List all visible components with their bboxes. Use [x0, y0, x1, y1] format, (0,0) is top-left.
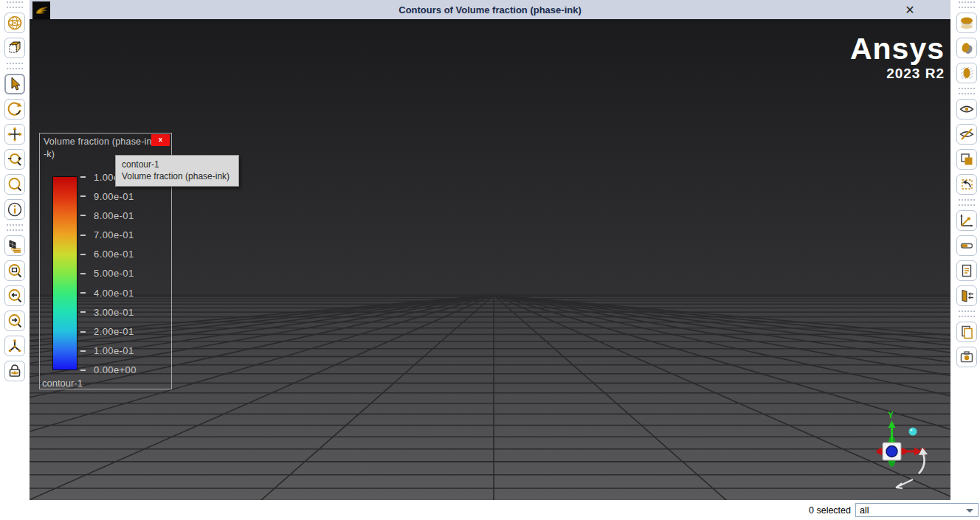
- colormap-options-button[interactable]: [956, 235, 977, 256]
- window-titlebar[interactable]: Contours of Volume fraction (phase-ink) …: [30, 0, 950, 21]
- zoom-scale-button[interactable]: [4, 174, 25, 195]
- eye-slash-icon: [959, 126, 975, 142]
- sphere-highlight: [910, 429, 912, 431]
- panel-options-button[interactable]: [956, 285, 977, 306]
- colorbar-gradient: [52, 176, 77, 370]
- copy-squares-icon: [959, 151, 975, 167]
- undo-box-icon: [959, 176, 975, 193]
- reference-sphere: [909, 428, 917, 436]
- orientation-triad[interactable]: Y X: [841, 408, 950, 500]
- y-axis-label: Y: [888, 410, 894, 420]
- legend-close-button[interactable]: x: [151, 134, 170, 146]
- colorbar-tick: 4.00e-01: [80, 287, 169, 299]
- surface-filter-dropdown[interactable]: all: [855, 503, 979, 517]
- hide-object-button[interactable]: [956, 124, 977, 145]
- surface-ellipse-icon: [959, 15, 975, 31]
- y-axis-arrowhead: [888, 420, 896, 428]
- display-mesh-button[interactable]: [4, 235, 25, 256]
- copy-display-button[interactable]: [956, 149, 977, 170]
- overlay-pages-button[interactable]: [956, 322, 977, 342]
- zoom-in-out-button[interactable]: [4, 149, 25, 170]
- colorbar-tick: 3.00e-01: [80, 306, 169, 318]
- viewport-3d[interactable]: Ansys 2023 R2 Volume fraction (phase-in …: [30, 21, 950, 500]
- show-object-button[interactable]: [956, 99, 977, 119]
- document-icon: [959, 263, 975, 279]
- tick-label: 1.00e-01: [94, 345, 134, 356]
- rotate-view-button[interactable]: [4, 99, 25, 119]
- rotate-icon: [7, 101, 23, 117]
- tick-dash: [80, 273, 86, 274]
- pages-icon: [959, 324, 975, 340]
- transparent-surface-button[interactable]: [956, 63, 977, 83]
- right-toolbar: [950, 0, 980, 500]
- probe-info-button[interactable]: [4, 199, 25, 220]
- fluent-wing-icon: [32, 1, 50, 19]
- toolbar-separator: [959, 311, 975, 317]
- report-page-button[interactable]: [956, 260, 977, 281]
- status-bar: 0 selected all: [0, 500, 980, 520]
- tick-dash: [80, 350, 86, 352]
- exit-panel-icon: [959, 288, 975, 304]
- tick-dash: [80, 292, 86, 294]
- axis-triad-toggle-button[interactable]: [4, 336, 25, 356]
- lock-view-button[interactable]: [4, 361, 25, 381]
- info-icon: [7, 201, 23, 218]
- pan-view-button[interactable]: [4, 124, 25, 145]
- perspective-cube-icon: [7, 40, 23, 56]
- toolbar-separator: [7, 224, 23, 231]
- magnifier-forward-icon: [7, 313, 23, 329]
- magnifier-back-icon: [7, 288, 23, 304]
- chevron-down-icon: [966, 509, 973, 513]
- mesh-display-icon: [7, 238, 23, 254]
- zoom-next-button[interactable]: [4, 311, 25, 331]
- ansys-logo: Ansys 2023 R2: [850, 34, 945, 80]
- tick-label: 9.00e-01: [94, 191, 134, 202]
- toolbar-separator: [7, 63, 23, 69]
- zoom-to-area-button[interactable]: [4, 260, 25, 281]
- tick-dash: [80, 331, 86, 333]
- zoom-plus-minus-icon: [7, 151, 23, 167]
- rotate-left-arrow-icon: [896, 479, 913, 488]
- solid-shadow-button[interactable]: [956, 38, 977, 58]
- capsule-icon: [959, 238, 975, 254]
- tick-dash: [80, 195, 86, 197]
- tick-label: 7.00e-01: [94, 229, 134, 240]
- hatch-ellipse-icon: [959, 65, 975, 81]
- camera-icon: [959, 349, 975, 365]
- view-sphere-button[interactable]: [4, 13, 25, 33]
- pan-icon: [7, 126, 23, 142]
- selected-count-label: 0 selected: [809, 505, 851, 516]
- view-cube-button[interactable]: [4, 38, 25, 58]
- chart-axes-icon: [959, 212, 975, 229]
- tick-label: 2.00e-01: [94, 326, 134, 337]
- colorbar-tick: 2.00e-01: [80, 326, 169, 338]
- legend-title-line1: Volume fraction (phase-in: [44, 136, 162, 148]
- close-icon[interactable]: ✕: [902, 2, 918, 18]
- legend-footer-label: contour-1: [42, 378, 83, 389]
- ansys-brand-text: Ansys: [850, 34, 945, 64]
- restore-view-button[interactable]: [956, 174, 977, 195]
- tick-label: 6.00e-01: [94, 249, 134, 260]
- triad-icon: [7, 338, 23, 354]
- z-axis-dot: [886, 446, 897, 457]
- tick-dash: [80, 311, 86, 313]
- hover-tooltip: contour-1 Volume fraction (phase-ink): [115, 155, 239, 187]
- colorbar-tick: 5.00e-01: [80, 268, 169, 280]
- colorbar-tick-labels: 1.00e+009.00e-018.00e-017.00e-016.00e-01…: [80, 171, 169, 376]
- tick-label: 5.00e-01: [94, 268, 134, 279]
- tooltip-line2: Volume fraction (phase-ink): [122, 170, 232, 182]
- snapshot-button[interactable]: [956, 347, 977, 367]
- zoom-previous-button[interactable]: [4, 285, 25, 306]
- shaded-surface-button[interactable]: [956, 13, 977, 33]
- toolbar-separator: [959, 199, 975, 206]
- tick-label: 0.00e+00: [94, 364, 137, 375]
- colorbar-tick: 0.00e+00: [80, 364, 169, 376]
- colorbar-tick: 9.00e-01: [80, 190, 169, 202]
- select-mode-button[interactable]: [4, 74, 25, 94]
- plot-axes-button[interactable]: [956, 210, 977, 231]
- toolbar-separator: [959, 1, 975, 8]
- tick-label: 8.00e-01: [94, 210, 134, 221]
- tick-dash: [80, 176, 86, 178]
- left-toolbar: [0, 0, 30, 500]
- cursor-arrow-icon: [7, 76, 23, 92]
